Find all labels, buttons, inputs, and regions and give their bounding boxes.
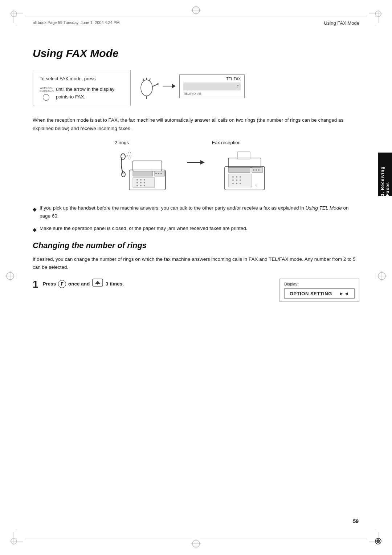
svg-line-30 [152, 84, 158, 86]
h-line-top [25, 17, 367, 17]
fax-machine-right-svg: u [217, 150, 272, 194]
arrow-up-icon: ↑ [237, 83, 239, 89]
svg-marker-54 [200, 160, 205, 165]
section-paragraph: If desired, you can change the number of… [33, 255, 359, 272]
bullet-text-1: If you pick up the handset before the ma… [40, 204, 359, 220]
svg-point-50 [144, 185, 145, 186]
svg-line-28 [143, 78, 144, 81]
svg-point-61 [256, 169, 257, 171]
svg-point-65 [236, 176, 237, 178]
corner-mark-tl [10, 10, 23, 23]
svg-point-66 [240, 176, 241, 178]
mid-top-mark [191, 5, 201, 16]
corner-mark-bl [10, 532, 23, 545]
hand-svg [139, 77, 159, 99]
diamond-icon-2: ◆ [33, 226, 37, 234]
svg-point-70 [232, 183, 234, 184]
bullet-item-1: ◆ If you pick up the handset before the … [33, 204, 359, 220]
svg-rect-58 [228, 167, 250, 173]
svg-point-42 [136, 179, 138, 181]
option-setting-text: OPTION SETTING [290, 291, 332, 296]
middle-arrow-svg [187, 158, 205, 167]
bullet-item-2: ◆ Make sure the operation panel is close… [33, 224, 359, 234]
svg-point-25 [141, 80, 152, 96]
fax-select-text-box: To select FAX mode, press AUFLÖS./EMPFAN… [33, 70, 131, 106]
step-1-content: Press F once and 3 times. [43, 279, 271, 289]
fax-select-intro: To select FAX mode, press [40, 76, 96, 81]
svg-point-69 [240, 179, 241, 181]
svg-point-40 [160, 173, 162, 174]
step-1-press-label: Press [43, 281, 56, 287]
tel-fax-bar: ↑ [183, 82, 241, 90]
fax-mode-section: To select FAX mode, press AUFLÖS./EMPFAN… [33, 70, 359, 106]
svg-rect-56 [228, 158, 261, 167]
svg-point-44 [144, 179, 145, 181]
section-heading: Changing the number of rings [33, 241, 359, 250]
svg-point-31 [157, 83, 159, 85]
page-title: Using FAX Mode [33, 47, 359, 60]
svg-point-48 [136, 185, 138, 186]
step-1-times: 3 times. [106, 281, 124, 287]
svg-point-60 [253, 169, 254, 171]
fax-select-instruction: until the arrow in the display points to… [56, 86, 124, 101]
option-setting-box: OPTION SETTING ►◄ [284, 288, 355, 299]
bullet-text-2: Make sure the operation panel is closed,… [40, 224, 248, 232]
corner-mark-tr [369, 10, 382, 23]
tel-fax-label: TEL FAX [183, 77, 241, 81]
side-tab: 3. Receiving Faxes [378, 153, 392, 196]
fax-machine-left-svg [120, 150, 175, 194]
svg-point-47 [144, 182, 145, 183]
h-line-bottom [25, 538, 367, 538]
phone-right-svg-wrap: u [216, 148, 274, 195]
f-button-icon: F [58, 280, 66, 288]
svg-rect-36 [133, 171, 153, 176]
phone-left-column: 2 rings [111, 140, 184, 195]
phone-right-column: Fax reception [208, 140, 281, 195]
step-1-display-box: Display: OPTION SETTING ►◄ [279, 279, 359, 302]
file-info: all.book Page 59 Tuesday, June 1, 2004 4… [33, 20, 120, 25]
arrow-middle [184, 140, 208, 167]
mid-left-mark [5, 271, 15, 282]
svg-point-71 [236, 183, 237, 184]
hand-icon [139, 77, 159, 99]
svg-point-72 [240, 183, 241, 184]
step-section: 1 Press F once and [33, 279, 359, 302]
svg-point-64 [232, 176, 234, 178]
side-tab-text: 3. Receiving Faxes [380, 153, 390, 196]
step-1-once-and: once and [68, 281, 90, 287]
svg-point-62 [258, 169, 260, 171]
svg-point-52 [122, 172, 125, 177]
option-arrows-icon: ►◄ [339, 291, 349, 296]
step-1-row: 1 Press F once and [33, 279, 359, 302]
diamond-icon-1: ◆ [33, 205, 37, 214]
phone-diagram: 2 rings [33, 140, 359, 195]
svg-marker-33 [172, 84, 176, 88]
step-1-left: 1 Press F once and [33, 279, 271, 289]
svg-point-43 [140, 179, 142, 181]
tel-fax-ab: TEL/FAX AB [183, 92, 241, 96]
svg-point-45 [136, 182, 138, 183]
svg-point-68 [236, 179, 237, 181]
fax-display-panel: TEL FAX ↑ TEL/FAX AB [179, 74, 245, 98]
arrow-diagram: TEL FAX ↑ TEL/FAX AB [139, 73, 245, 99]
body-paragraph: When the reception mode is set to FAX, t… [33, 116, 359, 133]
svg-point-46 [140, 182, 142, 183]
svg-point-38 [155, 173, 157, 174]
svg-rect-35 [133, 161, 162, 171]
svg-point-67 [232, 179, 234, 181]
display-label: Display: [284, 282, 355, 286]
scroll-button-icon [92, 279, 103, 289]
diagram-label-right: Fax reception [212, 140, 241, 145]
mid-bottom-mark [191, 539, 201, 550]
mid-right-mark [377, 271, 387, 282]
corner-mark-br [369, 532, 382, 545]
page-header: Using FAX Mode [324, 20, 359, 26]
svg-point-49 [140, 185, 142, 186]
bullet-section: ◆ If you pick up the handset before the … [33, 204, 359, 234]
svg-text:u: u [256, 183, 257, 187]
v-line-left [17, 25, 17, 530]
svg-line-27 [150, 78, 150, 81]
v-line-right [375, 25, 375, 530]
step-1-number: 1 [33, 279, 38, 289]
page-number: 59 [353, 518, 359, 524]
